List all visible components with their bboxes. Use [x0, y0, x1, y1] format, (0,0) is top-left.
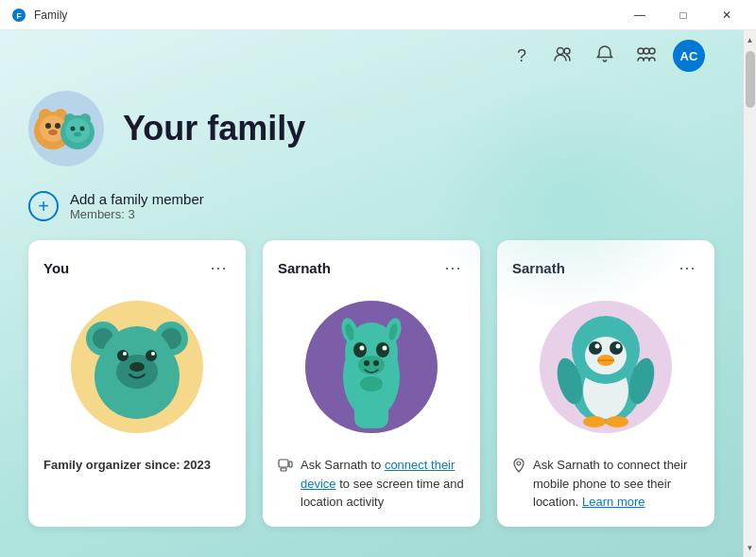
svg-rect-48: [279, 460, 288, 467]
svg-point-4: [638, 48, 644, 54]
header-section: Your family: [19, 81, 724, 185]
help-icon: ?: [517, 46, 526, 66]
llama-avatar-svg: [305, 301, 438, 433]
card-you-name: You: [43, 260, 69, 276]
svg-rect-34: [354, 391, 388, 428]
app-title: Family: [34, 9, 67, 22]
svg-point-42: [360, 346, 365, 351]
organizer-text: Family organizer since: 2023: [43, 458, 211, 472]
svg-point-29: [146, 350, 157, 361]
members-count: Members: 3: [70, 207, 204, 221]
svg-point-3: [564, 48, 570, 54]
people-icon: [554, 44, 573, 68]
family-avatar-group: [28, 91, 104, 166]
svg-rect-49: [281, 468, 286, 471]
family-group-button[interactable]: [631, 41, 662, 71]
svg-point-47: [360, 376, 383, 392]
card-sarnath1-footer: Ask Sarnath to connect their device to s…: [278, 456, 465, 512]
svg-rect-50: [289, 461, 292, 467]
svg-point-32: [129, 362, 145, 372]
svg-point-56: [610, 341, 623, 355]
svg-point-65: [517, 461, 521, 465]
svg-point-58: [616, 344, 621, 349]
svg-point-11: [45, 123, 51, 129]
help-button[interactable]: ?: [507, 41, 537, 71]
connect-device-link[interactable]: connect their device: [301, 458, 455, 491]
learn-more-link[interactable]: Learn more: [582, 495, 644, 509]
scroll-down-button[interactable]: ▼: [744, 538, 757, 557]
family-group-icon: [636, 44, 657, 68]
card-sarnath1-name: Sarnath: [278, 260, 331, 276]
scrollbar[interactable]: ▲ ▼: [743, 30, 756, 557]
svg-point-41: [376, 342, 389, 357]
card-sarnath1-footer-text: Ask Sarnath to connect their device to s…: [301, 456, 465, 512]
svg-point-31: [151, 352, 155, 356]
add-member-label: Add a family member: [70, 191, 204, 207]
card-you: You ⋯: [28, 240, 246, 527]
user-avatar-button[interactable]: AC: [673, 40, 705, 72]
svg-point-63: [583, 416, 606, 427]
svg-point-44: [358, 356, 385, 374]
card-you-footer: Family organizer since: 2023: [43, 456, 231, 475]
card-sarnath1-menu-button[interactable]: ⋯: [440, 255, 465, 280]
close-button[interactable]: ✕: [705, 0, 748, 30]
location-icon: [512, 458, 525, 479]
svg-point-28: [117, 350, 129, 361]
svg-point-6: [649, 48, 655, 54]
family-avatar-circle: [28, 91, 104, 166]
app-icon: F: [11, 8, 26, 23]
card-sarnath1-avatar-area: [278, 291, 465, 443]
app-container: ▲ ▼ ?: [0, 30, 756, 557]
user-initials: AC: [680, 49, 698, 63]
svg-point-18: [71, 127, 76, 131]
page-title: Your family: [123, 109, 305, 148]
scrollbar-track[interactable]: [744, 49, 756, 538]
device-icon: [278, 458, 293, 479]
add-member-row[interactable]: + Add a family member Members: 3: [19, 185, 724, 240]
svg-point-30: [123, 352, 127, 356]
card-you-avatar: [71, 301, 203, 433]
card-sarnath1-header: Sarnath ⋯: [278, 255, 465, 280]
svg-point-43: [383, 346, 387, 351]
add-member-button[interactable]: +: [28, 191, 59, 221]
svg-point-64: [606, 416, 628, 427]
penguin-avatar-svg: [540, 301, 672, 433]
scroll-up-button[interactable]: ▲: [744, 30, 757, 49]
people-button[interactable]: [548, 41, 578, 71]
card-you-avatar-area: [43, 291, 231, 443]
svg-point-12: [55, 123, 60, 129]
svg-point-5: [644, 48, 649, 54]
top-toolbar: ?: [19, 30, 724, 81]
window-controls: — □ ✕: [618, 0, 748, 30]
card-sarnath2-name: Sarnath: [512, 260, 565, 276]
card-sarnath2-header: Sarnath ⋯: [512, 255, 699, 280]
title-bar-left: F Family: [11, 8, 67, 23]
bell-icon: [595, 44, 614, 68]
card-sarnath2-avatar: [540, 301, 672, 433]
svg-point-46: [373, 360, 379, 366]
card-sarnath1-avatar: [305, 301, 438, 433]
minimize-button[interactable]: —: [618, 0, 662, 30]
card-sarnath2: Sarnath ⋯: [497, 240, 714, 527]
svg-point-2: [558, 47, 564, 54]
card-sarnath2-avatar-area: [512, 291, 699, 443]
title-bar: F Family — □ ✕: [0, 0, 756, 30]
svg-point-17: [65, 118, 90, 143]
main-content: ?: [0, 30, 743, 557]
card-sarnath2-menu-button[interactable]: ⋯: [675, 255, 699, 280]
maximize-button[interactable]: □: [662, 0, 705, 30]
notifications-button[interactable]: [590, 41, 620, 71]
add-member-text: Add a family member Members: 3: [70, 191, 204, 221]
scrollbar-thumb[interactable]: [746, 51, 755, 108]
svg-point-55: [589, 341, 602, 355]
svg-point-45: [364, 360, 369, 366]
card-you-menu-button[interactable]: ⋯: [206, 255, 231, 280]
family-avatar-svg: [28, 91, 104, 166]
bear-avatar-svg: [71, 301, 203, 433]
svg-point-57: [595, 344, 600, 349]
svg-text:F: F: [16, 11, 22, 21]
cards-container: You ⋯: [19, 240, 724, 527]
card-you-header: You ⋯: [43, 255, 231, 280]
svg-point-20: [74, 132, 81, 137]
card-sarnath2-footer: Ask Sarnath to connect their mobile phon…: [512, 456, 699, 512]
